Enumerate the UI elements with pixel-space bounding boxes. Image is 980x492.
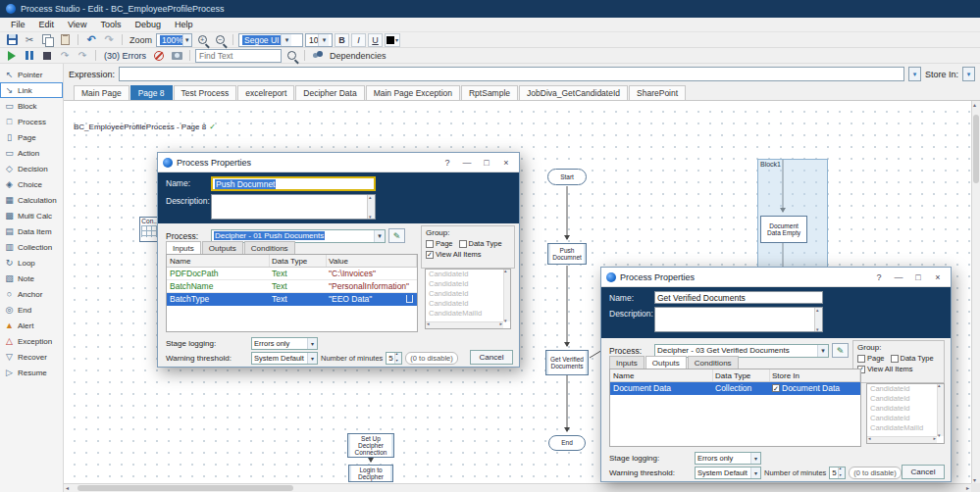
palette-item-recover[interactable]: ▽Recover <box>0 349 63 365</box>
palette-item-choice[interactable]: ◈Choice <box>0 176 63 192</box>
view-all-items-checkbox[interactable]: View All Items <box>426 250 482 259</box>
tab-conditions[interactable]: Conditions <box>688 356 739 369</box>
menu-file[interactable]: File <box>4 20 32 29</box>
tab-rptsample[interactable]: RptSample <box>461 85 518 100</box>
palette-item-collection[interactable]: ▥Collection <box>0 239 63 255</box>
find-button[interactable] <box>284 49 299 63</box>
zoom-in-button[interactable] <box>194 33 210 47</box>
cancel-button[interactable]: Cancel <box>470 350 513 365</box>
underline-button[interactable]: U <box>368 33 383 47</box>
dialog-titlebar[interactable]: Process Properties ? — □ × <box>158 153 519 172</box>
dependencies-button[interactable] <box>310 49 326 63</box>
tab-decipher-data[interactable]: Decipher Data <box>295 85 364 100</box>
redo-button[interactable] <box>101 33 117 47</box>
zoom-select[interactable]: 100% <box>156 33 192 47</box>
palette-item-block[interactable]: ▭Block <box>0 98 63 114</box>
close-button[interactable]: × <box>930 270 946 284</box>
palette-item-resume[interactable]: ▷Resume <box>0 365 63 380</box>
maximize-button[interactable]: □ <box>479 155 494 170</box>
start-stage[interactable]: Start <box>547 169 587 185</box>
store-in-checkbox[interactable] <box>772 384 780 392</box>
step-over-button[interactable] <box>57 49 73 63</box>
palette-item-data-item[interactable]: ▤Data Item <box>0 223 63 239</box>
palette-item-multi-calc[interactable]: ▩Multi Calc <box>0 208 63 223</box>
get-verified-documents-stage[interactable]: Get Verified Documents <box>545 350 589 375</box>
breakpoint-button[interactable] <box>151 49 167 63</box>
palette-item-exception[interactable]: △Exception <box>0 333 63 349</box>
tab-outputs[interactable]: Outputs <box>645 356 687 369</box>
stage-logging-select[interactable]: Errors only <box>695 452 761 465</box>
page-checkbox[interactable]: Page <box>426 239 453 248</box>
tab-conditions[interactable]: Conditions <box>244 241 295 254</box>
process-canvas[interactable]: BC_EmployeeProfileProcess - Page 8 ✓ Con… <box>64 101 980 492</box>
description-input[interactable] <box>654 307 823 332</box>
tab-jobdiva-getcandidateid[interactable]: JobDiva_GetCandidateId <box>519 85 628 100</box>
view-all-items-checkbox[interactable]: View All Items <box>857 365 913 373</box>
palette-item-loop[interactable]: ↻Loop <box>0 255 63 271</box>
decision-stage[interactable]: Document Data Empty <box>760 216 807 243</box>
palette-item-anchor[interactable]: ○Anchor <box>0 286 63 302</box>
menu-view[interactable]: View <box>61 20 93 29</box>
undo-button[interactable] <box>83 33 99 47</box>
dependencies-label[interactable]: Dependencies <box>328 51 388 61</box>
palette-item-end[interactable]: ◎End <box>0 302 63 318</box>
tab-excelreport[interactable]: excelreport <box>237 85 294 100</box>
run-button[interactable] <box>4 49 20 63</box>
description-input[interactable] <box>211 194 376 220</box>
step-into-button[interactable] <box>75 49 90 63</box>
edit-process-button[interactable]: ✎ <box>388 228 405 243</box>
setup-decipher-stage[interactable]: Set Up Decipher Connection <box>347 433 394 458</box>
tab-inputs[interactable]: Inputs <box>609 356 645 369</box>
palette-item-decision[interactable]: ◇Decision <box>0 161 63 176</box>
menu-tools[interactable]: Tools <box>93 20 128 29</box>
canvas-vertical-scrollbar[interactable] <box>971 101 980 483</box>
tab-main-page-exception[interactable]: Main Page Exception <box>366 85 460 100</box>
description-scrollbar[interactable] <box>814 308 822 331</box>
data-type-checkbox[interactable]: Data Type <box>459 239 502 248</box>
tab-outputs[interactable]: Outputs <box>202 241 243 254</box>
palette-item-pointer[interactable]: ↖Pointer <box>0 67 63 82</box>
page-checkbox[interactable]: Page <box>857 354 885 363</box>
description-scrollbar[interactable] <box>367 195 375 219</box>
dialog-titlebar[interactable]: Process Properties ? — □ × <box>601 268 951 287</box>
expression-dropdown-button[interactable] <box>908 67 921 81</box>
spinner-arrows-icon[interactable] <box>394 353 401 364</box>
italic-button[interactable]: I <box>351 33 366 47</box>
scrollbar-thumb[interactable] <box>77 485 293 491</box>
push-document-stage[interactable]: Push Documnet <box>547 243 587 265</box>
table-row[interactable]: PDFDocPath Text "C:\Invoices" <box>167 268 417 280</box>
warning-threshold-select[interactable]: System Default <box>251 352 318 365</box>
help-button[interactable]: ? <box>871 270 887 284</box>
font-size-select[interactable]: 10 <box>305 33 333 47</box>
name-input[interactable]: Push Documnet <box>211 176 376 191</box>
store-in-select[interactable] <box>962 67 975 81</box>
palette-item-process[interactable]: □Process <box>0 114 63 129</box>
font-select[interactable]: Segoe UI <box>238 33 303 47</box>
spinner-arrows-icon[interactable] <box>838 467 845 478</box>
menu-debug[interactable]: Debug <box>128 20 168 29</box>
delete-row-icon[interactable] <box>406 295 413 303</box>
canvas-horizontal-scrollbar[interactable] <box>64 483 971 492</box>
palette-item-action[interactable]: ▭Action <box>0 145 63 161</box>
pause-button[interactable] <box>22 49 37 63</box>
cut-button[interactable] <box>22 33 37 47</box>
table-row-selected[interactable]: BatchType Text "EEO Data" <box>167 293 417 306</box>
paste-button[interactable] <box>57 33 73 47</box>
find-text-input[interactable] <box>195 49 282 63</box>
help-button[interactable]: ? <box>439 155 455 170</box>
palette-item-note[interactable]: ▧Note <box>0 271 63 286</box>
copy-button[interactable] <box>39 33 55 47</box>
zoom-out-button[interactable] <box>212 33 228 47</box>
errors-button[interactable]: (30) Errors <box>101 51 149 61</box>
tab-sharepoint[interactable]: SharePoint <box>629 85 686 100</box>
palette-item-alert[interactable]: ▲Alert <box>0 318 63 333</box>
list-vscrollbar[interactable] <box>937 384 944 436</box>
minutes-spinner[interactable]: 5 <box>829 467 846 479</box>
table-row[interactable]: BatchName Text "PersonalInformation" <box>167 280 417 293</box>
bold-button[interactable]: B <box>335 33 349 47</box>
palette-item-calculation[interactable]: ▦Calculation <box>0 192 63 208</box>
tab-test-process[interactable]: Test Process <box>174 85 237 100</box>
end-stage[interactable]: End <box>548 435 586 451</box>
menu-edit[interactable]: Edit <box>32 20 62 29</box>
cancel-button[interactable]: Cancel <box>902 465 945 479</box>
